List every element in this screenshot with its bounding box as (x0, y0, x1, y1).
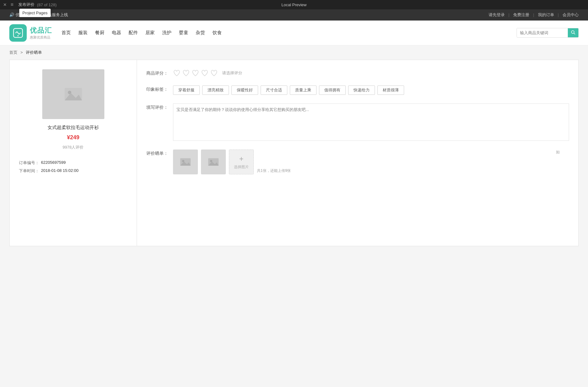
photo-add-button[interactable]: + 选择图片 (229, 150, 254, 174)
member-link[interactable]: 会员中心 (563, 12, 579, 18)
photo-add-label: 选择图片 (234, 164, 249, 170)
search-input[interactable] (517, 29, 568, 37)
close-button[interactable]: ✕ (3, 2, 7, 7)
register-link[interactable]: 免费注册 (513, 12, 534, 18)
order-time-row: 下单时间： 2018-01-08 15:02:00 (19, 168, 127, 174)
logo-svg (12, 27, 24, 39)
order-time-value: 2018-01-08 15:02:00 (41, 168, 79, 174)
search-icon (571, 30, 575, 35)
tag-worth[interactable]: 值得拥有 (319, 85, 346, 95)
heart-2[interactable] (182, 69, 190, 77)
announcement-links: 请先登录 免费注册 我的订单 会员中心 (489, 12, 579, 18)
content-row: 填写评价： (146, 104, 569, 141)
breadcrumb-separator: > (21, 50, 23, 55)
nav-misc[interactable]: 杂货 (196, 29, 205, 37)
logo-icon (9, 24, 27, 42)
photo-count-hint: 共1张，还能上传9张 (257, 150, 291, 173)
breadcrumb-home[interactable]: 首页 (9, 50, 17, 55)
breadcrumb: 首页 > 评价晒单 (0, 45, 588, 60)
plus-icon: + (239, 154, 244, 163)
login-link[interactable]: 请先登录 (489, 12, 509, 18)
right-panel: 商品评分： (137, 60, 578, 246)
top-bar-left: ✕ ≡ 发布评价 (87 of 128) (3, 2, 57, 7)
tag-delivery[interactable]: 快递给力 (348, 85, 375, 95)
tag-size[interactable]: 尺寸合适 (261, 85, 287, 95)
left-panel: 女式超柔软拉毛运动开衫 ¥249 9978人评价 订单编号： 622056975… (10, 60, 137, 246)
local-preview-label: Local Preview (281, 2, 307, 7)
rating-label: 商品评分： (146, 69, 168, 76)
rating-stars: 请选择评分 (173, 69, 242, 77)
search-box (517, 28, 579, 38)
nav-appliances[interactable]: 电器 (112, 29, 121, 37)
site-header: 优品汇 惠聚优质商品 首页 服装 餐厨 电器 配件 居家 洗护 婴童 杂货 饮食 (0, 21, 588, 45)
product-review-count: 9978人评价 (63, 145, 84, 150)
tag-warm[interactable]: 保暖性好 (231, 85, 258, 95)
tags-container: 穿着舒服 漂亮精致 保暖性好 尺寸合适 质量上乘 值得拥有 快递给力 材质很薄 (173, 85, 404, 95)
project-pages-tooltip: Project Pages (19, 9, 51, 17)
nav-home[interactable]: 首页 (62, 29, 71, 37)
photo-row: 评价晒单： + (146, 150, 569, 174)
heart-1[interactable] (173, 69, 180, 77)
photo-placeholder-icon-2 (208, 156, 219, 168)
photo-placeholder-icon-1 (180, 156, 191, 168)
nav-laundry[interactable]: 洗护 (162, 29, 171, 37)
rating-hint: 请选择评分 (222, 70, 242, 76)
review-container: 女式超柔软拉毛运动开衫 ¥249 9978人评价 订单编号： 622056975… (9, 60, 579, 246)
search-button[interactable] (568, 28, 578, 37)
review-textarea[interactable] (173, 104, 569, 141)
svg-line-3 (574, 33, 575, 35)
logo-name: 优品汇 (30, 26, 52, 35)
nav-home-goods[interactable]: 居家 (145, 29, 155, 37)
photo-slot-1 (173, 150, 198, 174)
order-number-label: 订单编号： (19, 160, 39, 166)
logo[interactable]: 优品汇 惠聚优质商品 (9, 24, 52, 42)
menu-button[interactable]: ≡ (11, 2, 13, 7)
tag-quality[interactable]: 质量上乘 (290, 85, 317, 95)
product-image-placeholder-icon (63, 84, 83, 104)
product-name: 女式超柔软拉毛运动开衫 (48, 125, 99, 131)
heart-3[interactable] (192, 69, 199, 77)
breadcrumb-current: 评价晒单 (26, 50, 42, 55)
orders-link[interactable]: 我的订单 (538, 12, 559, 18)
logo-slogan: 惠聚优质商品 (30, 35, 52, 40)
nav-accessories[interactable]: 配件 (129, 29, 138, 37)
photo-label: 评价晒单： (146, 150, 168, 156)
photo-right-hint: 如 (556, 150, 560, 155)
tab-title: 发布评价 (18, 2, 34, 7)
logo-text: 优品汇 惠聚优质商品 (30, 26, 52, 40)
order-number-value: 62205697599 (41, 160, 66, 166)
nav-kitchen[interactable]: 餐厨 (95, 29, 104, 37)
photo-slot-2 (201, 150, 226, 174)
order-number-row: 订单编号： 62205697599 (19, 160, 127, 166)
svg-point-1 (17, 35, 19, 36)
tags-label: 印象标签： (146, 85, 168, 92)
tag-thin[interactable]: 材质很薄 (377, 85, 404, 95)
heart-5[interactable] (210, 69, 218, 77)
rating-row: 商品评分： (146, 69, 569, 77)
tag-comfortable[interactable]: 穿着舒服 (173, 85, 200, 95)
photo-upload-wrapper: + 选择图片 共1张，还能上传9张 如 (173, 150, 569, 174)
order-time-label: 下单时间： (19, 168, 39, 174)
order-info: 订单编号： 62205697599 下单时间： 2018-01-08 15:02… (19, 160, 127, 176)
main-nav: 首页 服装 餐厨 电器 配件 居家 洗护 婴童 杂货 饮食 (62, 29, 507, 37)
nav-fashion[interactable]: 服装 (78, 29, 88, 37)
tags-row: 印象标签： 穿着舒服 漂亮精致 保暖性好 尺寸合适 质量上乘 值得拥有 快递给力… (146, 85, 569, 95)
tab-count: (87 of 128) (37, 2, 57, 7)
heart-4[interactable] (201, 69, 208, 77)
top-bar: ✕ ≡ 发布评价 (87 of 128) Local Preview Proje… (0, 0, 588, 9)
announcement-bar: 🔊 优品汇自营家电清洗服务上线 请先登录 免费注册 我的订单 会员中心 (0, 9, 588, 21)
speaker-icon: 🔊 (9, 12, 14, 17)
nav-baby[interactable]: 婴童 (179, 29, 188, 37)
content-label: 填写评价： (146, 104, 168, 110)
nav-food[interactable]: 饮食 (212, 29, 222, 37)
product-price: ¥249 (67, 134, 79, 141)
tag-beautiful[interactable]: 漂亮精致 (202, 85, 229, 95)
product-image (42, 69, 104, 119)
